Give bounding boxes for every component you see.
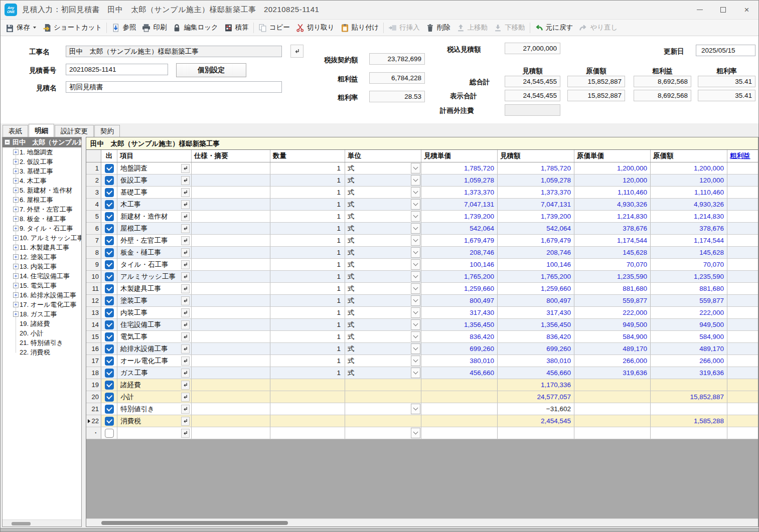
toolbar-sekisan-button[interactable]: 積算 — [221, 22, 252, 34]
cost-unit-price-cell[interactable]: 70,070 — [574, 259, 651, 270]
output-checkbox[interactable] — [105, 369, 114, 378]
qty-cell[interactable]: 1 — [270, 199, 345, 210]
row-selector[interactable]: 2 — [86, 174, 101, 186]
cost-amount-cell[interactable]: 222,000 — [651, 307, 727, 318]
estimate-name-field[interactable]: 初回見積書 — [66, 81, 282, 93]
tree-item-19[interactable]: 19. 諸経費 — [3, 319, 81, 328]
project-name-field[interactable]: 田中 太郎（サンプル施主）様邸新築工事 — [66, 46, 282, 57]
output-checkbox[interactable] — [105, 260, 114, 269]
unit-dropdown-button[interactable] — [411, 187, 420, 198]
unit-cell[interactable] — [345, 391, 421, 403]
spec-cell[interactable] — [192, 355, 270, 367]
output-checkbox[interactable] — [105, 405, 114, 414]
item-detail-button[interactable] — [181, 200, 190, 209]
unit-cell[interactable]: 式 — [345, 211, 421, 222]
spec-cell[interactable] — [192, 187, 270, 198]
est-unit-price-cell[interactable] — [421, 427, 498, 439]
output-checkbox[interactable] — [105, 176, 114, 185]
cost-amount-cell[interactable]: 1,585,288 — [651, 415, 727, 427]
tree-item-12[interactable]: 12. 塗装工事 — [3, 252, 81, 262]
tree-item-14[interactable]: 14. 住宅設備工事 — [3, 271, 81, 281]
unit-dropdown-button[interactable] — [411, 271, 420, 282]
qty-cell[interactable] — [270, 427, 345, 439]
unit-cell[interactable] — [345, 415, 421, 427]
unit-dropdown-button[interactable] — [411, 343, 420, 354]
est-amount-cell[interactable]: 836,420 — [498, 331, 574, 342]
unit-dropdown-button[interactable] — [411, 235, 420, 246]
item-cell[interactable]: 住宅設備工事 — [117, 319, 192, 330]
qty-cell[interactable]: 1 — [270, 162, 345, 174]
gross-profit-cell[interactable] — [727, 174, 758, 186]
unit-dropdown-button[interactable] — [411, 259, 420, 270]
tree-item-13[interactable]: 13. 内装工事 — [3, 262, 81, 271]
row-selector[interactable]: 19 — [86, 379, 101, 391]
gross-profit-cell[interactable] — [727, 211, 758, 222]
tree-item-9[interactable]: 9. タイル・石工事 — [3, 224, 81, 233]
row-selector[interactable]: 15 — [86, 331, 101, 342]
row-selector[interactable]: 8 — [86, 247, 101, 258]
row-selector[interactable]: 12 — [86, 295, 101, 306]
unit-cell[interactable]: 式 — [345, 187, 421, 198]
cost-amount-cell[interactable]: 1,214,830 — [651, 211, 727, 222]
tree-item-15[interactable]: 15. 電気工事 — [3, 281, 81, 290]
tree-item-2[interactable]: 2. 仮設工事 — [3, 157, 81, 166]
cost-amount-cell[interactable] — [651, 427, 727, 439]
unit-cell[interactable]: 式 — [345, 271, 421, 282]
gross-profit-cell[interactable] — [727, 319, 758, 330]
tree-item-21[interactable]: 21. 特別値引き — [3, 338, 81, 347]
spec-cell[interactable] — [192, 223, 270, 234]
gross-profit-cell[interactable] — [727, 247, 758, 258]
spec-cell[interactable] — [192, 295, 270, 306]
cost-amount-cell[interactable]: 4,930,326 — [651, 199, 727, 210]
item-detail-button[interactable] — [181, 320, 190, 329]
est-amount-cell[interactable]: 456,660 — [498, 367, 574, 379]
item-detail-button[interactable] — [181, 357, 190, 366]
output-checkbox[interactable] — [105, 381, 114, 390]
item-detail-button[interactable] — [181, 284, 190, 293]
row-selector[interactable]: 5 — [86, 211, 101, 222]
tree-expand-icon[interactable] — [13, 264, 19, 269]
item-cell[interactable]: 屋根工事 — [117, 223, 192, 234]
unit-dropdown-button[interactable] — [411, 368, 420, 378]
output-checkbox[interactable] — [105, 332, 114, 341]
output-checkbox[interactable] — [105, 248, 114, 257]
tree-expand-icon[interactable] — [13, 273, 19, 279]
row-selector[interactable]: 4 — [86, 199, 101, 210]
cost-unit-price-cell[interactable] — [574, 403, 651, 415]
est-unit-price-cell[interactable]: 208,746 — [421, 247, 498, 258]
output-checkbox[interactable] — [105, 320, 114, 329]
qty-cell[interactable]: 1 — [270, 211, 345, 222]
tree-root[interactable]: 田中 太郎（サンプル施主）様邸新築工事 — [3, 137, 81, 147]
item-cell[interactable]: 新建材・造作材 — [117, 211, 192, 222]
est-amount-cell[interactable]: 24,577,057 — [498, 391, 574, 403]
output-checkbox[interactable] — [105, 344, 114, 353]
est-amount-cell[interactable]: 1,170,336 — [498, 379, 574, 391]
spec-cell[interactable] — [192, 379, 270, 391]
tree-expand-icon[interactable] — [13, 149, 19, 155]
est-unit-price-cell[interactable]: 1,259,660 — [421, 283, 498, 294]
est-unit-price-cell[interactable]: 380,010 — [421, 355, 498, 367]
row-selector[interactable]: 21 — [86, 403, 101, 415]
tab-contract[interactable]: 契約 — [94, 125, 120, 137]
spec-cell[interactable] — [192, 403, 270, 415]
cost-amount-cell[interactable]: 266,000 — [651, 355, 727, 367]
gross-profit-cell[interactable] — [727, 367, 758, 379]
gross-profit-cell[interactable] — [727, 427, 758, 439]
item-detail-button[interactable] — [181, 296, 190, 305]
est-unit-price-cell[interactable]: 800,497 — [421, 295, 498, 306]
est-unit-price-cell[interactable]: 836,420 — [421, 331, 498, 342]
cost-unit-price-cell[interactable]: 4,930,326 — [574, 199, 651, 210]
tree-expand-icon[interactable] — [13, 235, 19, 241]
item-detail-button[interactable] — [181, 369, 190, 378]
tab-cover[interactable]: 表紙 — [3, 125, 28, 137]
tree-expand-icon[interactable] — [13, 197, 19, 203]
item-detail-button[interactable] — [181, 212, 190, 221]
unit-cell[interactable]: 式 — [345, 162, 421, 174]
output-checkbox[interactable] — [105, 296, 114, 305]
tree-expand-icon[interactable] — [13, 216, 19, 222]
tree-expand-icon[interactable] — [13, 254, 19, 260]
item-cell[interactable] — [117, 427, 192, 439]
qty-cell[interactable]: 1 — [270, 283, 345, 294]
unit-dropdown-button[interactable] — [411, 247, 420, 258]
unit-cell[interactable] — [345, 427, 421, 439]
